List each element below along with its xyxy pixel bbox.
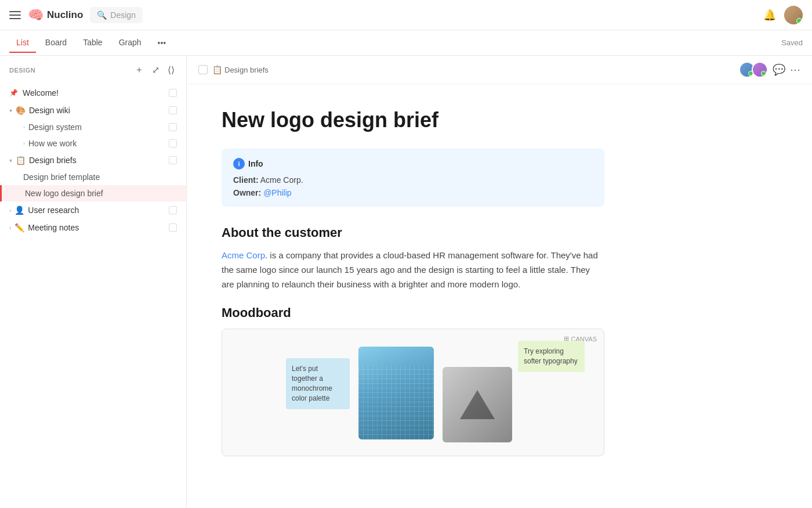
info-icon: i (233, 158, 245, 170)
pin-icon: 📌 (9, 89, 18, 97)
sidebar-item-how-we-work[interactable]: › How we work (0, 135, 186, 152)
info-client-value: Acme Corp. (260, 175, 303, 185)
hamburger-icon[interactable] (9, 9, 21, 21)
sidebar-item-expand-icon (169, 206, 177, 214)
doc-toolbar: 📋 Design briefs 💬 ⋯ (187, 56, 812, 84)
main-layout: DESIGN ＋ ⤢ ⟨⟩ 📌 Welcome! ▾ 🎨 Design wiki… (0, 56, 812, 508)
chevron-down-icon: ▾ (9, 107, 12, 114)
collab-avatars (739, 62, 768, 78)
sidebar-item-design-brief-template[interactable]: Design brief template (0, 169, 186, 185)
building-image (358, 347, 434, 439)
moodboard-section-title: Moodboard (222, 305, 604, 320)
sidebar-new-logo-label: New logo design brief (25, 189, 177, 198)
chevron-right-icon: › (23, 140, 25, 146)
sidebar-design-system-label: Design system (28, 123, 165, 132)
sidebar-design-wiki-label: Design wiki (29, 106, 165, 115)
info-owner-row: Owner: @Philip (233, 188, 593, 197)
architecture-image (443, 367, 512, 442)
search-bar[interactable]: 🔍 Design (90, 7, 143, 23)
info-owner-label: Owner: (233, 188, 261, 197)
acme-corp-link[interactable]: Acme Corp (222, 250, 265, 260)
doc-content: New logo design brief i Info Client: Acm… (187, 84, 639, 491)
chevron-right-icon: › (9, 225, 11, 231)
sidebar: DESIGN ＋ ⤢ ⟨⟩ 📌 Welcome! ▾ 🎨 Design wiki… (0, 56, 187, 508)
sidebar-how-we-work-label: How we work (28, 139, 165, 148)
about-paragraph-text: . is a company that provides a cloud-bas… (222, 250, 598, 289)
search-text: Design (110, 10, 136, 20)
info-owner-value[interactable]: @Philip (263, 188, 291, 197)
sidebar-item-expand-icon (169, 123, 177, 131)
sticky-note-blue: Let's put together a monochrome color pa… (286, 358, 350, 409)
design-briefs-icon: 📋 (16, 156, 26, 165)
sidebar-welcome-label: Welcome! (23, 88, 165, 98)
sidebar-item-design-wiki[interactable]: ▾ 🎨 Design wiki (0, 102, 186, 119)
collab-avatar-2 (752, 62, 768, 78)
sidebar-header: DESIGN ＋ ⤢ ⟨⟩ (0, 56, 186, 84)
sidebar-meeting-notes-label: Meeting notes (28, 223, 165, 232)
add-item-button[interactable]: ＋ (132, 63, 146, 77)
user-avatar[interactable] (784, 6, 803, 24)
about-section-title: About the customer (222, 225, 604, 240)
doc-checkbox[interactable] (198, 65, 208, 74)
tab-graph[interactable]: Graph (112, 33, 148, 53)
sticky-blue-text: Let's put together a monochrome color pa… (292, 365, 332, 402)
sidebar-item-expand-icon (169, 156, 177, 164)
doc-title: New logo design brief (222, 107, 604, 132)
chevron-right-icon: › (9, 207, 11, 214)
sidebar-item-welcome[interactable]: 📌 Welcome! (0, 84, 186, 102)
breadcrumb-icon: 📋 (212, 65, 222, 74)
chevron-right-icon: › (23, 124, 25, 130)
tab-table[interactable]: Table (76, 33, 109, 53)
breadcrumb-label[interactable]: Design briefs (224, 66, 269, 74)
info-box: i Info Client: Acme Corp. Owner: @Philip (222, 149, 604, 207)
sidebar-item-meeting-notes[interactable]: › ✏️ Meeting notes (0, 219, 186, 236)
logo-area: 🧠 Nuclino (28, 8, 83, 23)
design-wiki-icon: 🎨 (16, 106, 26, 115)
navbar: 🧠 Nuclino 🔍 Design 🔔 (0, 0, 812, 30)
tabbar: List Board Table Graph ••• Saved (0, 30, 812, 56)
info-client-label: Client: (233, 175, 259, 185)
sidebar-section-title: DESIGN (9, 67, 128, 74)
sidebar-item-design-briefs[interactable]: ▾ 📋 Design briefs (0, 152, 186, 169)
moodboard-canvas: ⊞ CANVAS Let's put together a monochrome… (222, 329, 604, 456)
logo-brain-icon: 🧠 (28, 8, 44, 23)
info-box-header: i Info (233, 158, 593, 170)
app-name: Nuclino (47, 9, 83, 21)
tab-board[interactable]: Board (38, 33, 74, 53)
sidebar-header-actions: ＋ ⤢ ⟨⟩ (132, 63, 177, 77)
doc-toolbar-right: 💬 ⋯ (739, 62, 800, 78)
building-lines (358, 365, 434, 439)
more-options-icon[interactable]: ⋯ (790, 63, 800, 76)
collapse-sidebar-button[interactable]: ⟨⟩ (165, 63, 177, 77)
sidebar-item-expand-icon (169, 89, 177, 97)
sidebar-design-briefs-label: Design briefs (29, 156, 165, 165)
sidebar-brief-template-label: Design brief template (23, 172, 177, 182)
user-research-icon: 👤 (14, 206, 24, 215)
sidebar-item-user-research[interactable]: › 👤 User research (0, 201, 186, 219)
navbar-left: 🧠 Nuclino 🔍 Design (9, 7, 763, 23)
expand-sidebar-button[interactable]: ⤢ (150, 63, 162, 77)
tab-more-icon[interactable]: ••• (153, 34, 171, 52)
navbar-right: 🔔 (763, 6, 803, 24)
info-box-title: Info (248, 159, 263, 168)
comment-icon[interactable]: 💬 (773, 63, 785, 76)
arch-triangle (460, 390, 495, 419)
content-area: 📋 Design briefs 💬 ⋯ New logo design brie… (187, 56, 812, 508)
about-paragraph: Acme Corp. is a company that provides a … (222, 248, 604, 291)
info-client-row: Client: Acme Corp. (233, 175, 593, 185)
sidebar-user-research-label: User research (28, 206, 165, 215)
sidebar-item-expand-icon (169, 224, 177, 232)
sticky-green-text: Try exploring softer typography (524, 347, 578, 365)
saved-status: Saved (781, 38, 803, 47)
notification-icon[interactable]: 🔔 (763, 9, 776, 21)
sidebar-item-expand-icon (169, 106, 177, 114)
tab-list[interactable]: List (9, 33, 36, 53)
sidebar-item-new-logo-design-brief[interactable]: New logo design brief (0, 185, 186, 201)
search-icon: 🔍 (97, 10, 107, 20)
sidebar-item-design-system[interactable]: › Design system (0, 119, 186, 135)
sticky-note-green: Try exploring softer typography (518, 341, 585, 372)
sidebar-item-expand-icon (169, 139, 177, 147)
chevron-down-icon: ▾ (9, 157, 12, 164)
breadcrumb: 📋 Design briefs (212, 65, 269, 74)
meeting-notes-icon: ✏️ (14, 223, 24, 232)
